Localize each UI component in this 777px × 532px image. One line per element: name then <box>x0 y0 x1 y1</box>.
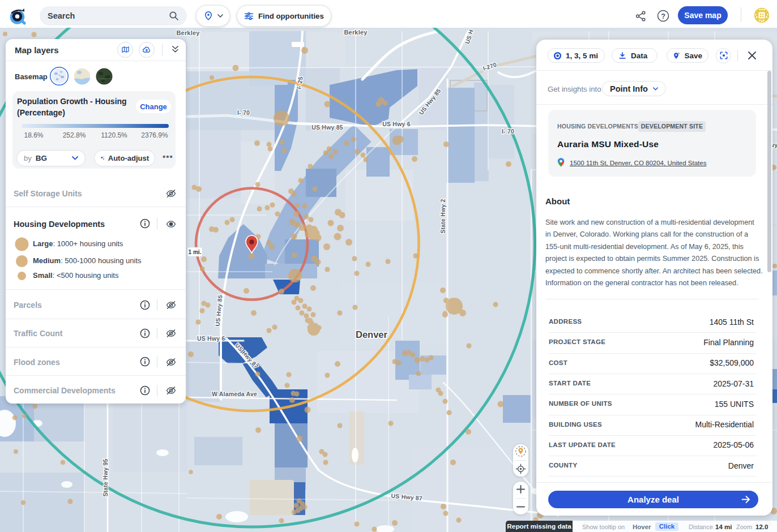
svg-text:US Hwy 6: US Hwy 6 <box>382 121 410 127</box>
svg-text:Berkley: Berkley <box>344 29 368 36</box>
svg-text:State Hwy 2: State Hwy 2 <box>439 199 446 233</box>
svg-text:?: ? <box>661 12 665 20</box>
svg-text:US Hwy 85: US Hwy 85 <box>311 124 343 131</box>
svg-text:1 mi.: 1 mi. <box>189 249 202 255</box>
svg-text:Denver: Denver <box>356 329 388 340</box>
svg-text:US Hwy 6: US Hwy 6 <box>197 335 225 342</box>
svg-text:State Hwy 95: State Hwy 95 <box>102 458 109 496</box>
svg-text:Berkley: Berkley <box>176 29 200 36</box>
svg-text:W Alameda Ave: W Alameda Ave <box>212 391 257 397</box>
svg-text:I- 70: I- 70 <box>502 128 514 135</box>
svg-text:I- 70: I- 70 <box>237 109 250 116</box>
